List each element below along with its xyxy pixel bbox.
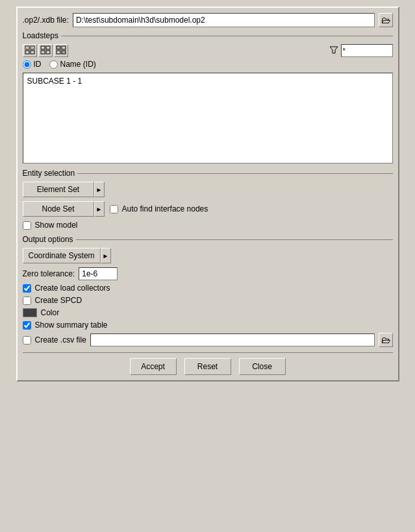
auto-find-checkbox[interactable] [110,205,118,213]
arrow-right-icon3: ► [103,252,109,260]
output-options-label: Output options [23,235,393,244]
csv-browse-button[interactable]: 🗁 [379,333,393,347]
coord-sys-row: Coordinate System ► [23,248,393,263]
show-summary-text: Show summary table [35,320,108,330]
zero-tolerance-row: Zero tolerance: [23,267,393,280]
create-csv-checkbox[interactable] [23,336,31,345]
radio-row: ID Name (ID) [23,60,393,69]
csv-folder-icon: 🗁 [381,335,390,345]
svg-rect-8 [41,51,45,54]
file-input[interactable] [73,13,375,27]
reset-button[interactable]: Reset [184,358,231,375]
node-set-row: Node Set ► Auto find interface nodes [23,201,393,217]
toggle-icon [56,45,66,56]
toggle-button[interactable] [54,44,68,57]
svg-rect-3 [31,46,34,49]
element-set-button[interactable]: Element Set [23,182,94,197]
coord-sys-arrow-button[interactable]: ► [101,248,111,263]
select-all-icon [25,45,35,56]
auto-find-label[interactable]: Auto find interface nodes [110,204,208,213]
svg-marker-14 [330,47,338,53]
element-set-row: Element Set ► [23,182,393,197]
create-load-collectors-row[interactable]: Create load collectors [23,284,393,293]
auto-find-text: Auto find interface nodes [122,204,208,213]
color-swatch[interactable] [23,308,37,317]
accept-button[interactable]: Accept [130,358,177,375]
main-dialog: .op2/.xdb file: 🗁 Loadsteps [16,6,399,381]
loadsteps-label: Loadsteps [23,31,393,40]
filter-input[interactable] [341,44,393,57]
svg-rect-11 [62,46,66,49]
entity-selection-label: Entity selection [23,169,393,178]
folder-icon: 🗁 [381,15,390,25]
node-set-button[interactable]: Node Set [23,201,94,217]
show-model-text: Show model [35,221,78,230]
create-csv-row: Create .csv file 🗁 [23,333,393,347]
color-row: Color [23,308,393,317]
show-summary-checkbox[interactable] [23,321,31,330]
select-all-button[interactable] [23,44,37,57]
svg-rect-6 [41,46,45,49]
bottom-buttons: Accept Reset Close [23,358,393,375]
create-load-collectors-checkbox[interactable] [23,284,31,293]
zero-tolerance-label: Zero tolerance: [23,269,75,278]
show-model-checkbox[interactable] [23,221,31,230]
coord-sys-button[interactable]: Coordinate System [23,248,101,263]
show-model-row[interactable]: Show model [23,221,393,230]
entity-selection-section: Entity selection Element Set ► Node Set … [23,169,393,230]
svg-rect-4 [25,51,29,54]
color-label: Color [41,308,60,317]
create-load-collectors-text: Create load collectors [35,284,110,293]
loadsteps-list[interactable]: SUBCASE 1 - 1 [23,73,393,163]
show-summary-row[interactable]: Show summary table [23,320,393,330]
arrow-right-icon2: ► [96,206,103,213]
create-spcd-checkbox[interactable] [23,296,31,305]
csv-input[interactable] [90,333,375,346]
radio-name-label[interactable]: Name (ID) [49,60,96,69]
svg-rect-5 [31,51,34,54]
zero-tolerance-input[interactable] [79,267,118,280]
radio-id-label[interactable]: ID [23,60,42,69]
element-set-arrow-button[interactable]: ► [94,182,105,197]
file-row: .op2/.xdb file: 🗁 [23,13,393,27]
create-csv-text: Create .csv file [35,335,86,345]
svg-rect-12 [57,51,60,54]
node-set-control: Node Set ► [23,201,105,217]
deselect-all-button[interactable] [38,44,53,57]
file-label: .op2/.xdb file: [23,16,69,25]
browse-button[interactable]: 🗁 [379,13,393,27]
radio-name[interactable] [49,60,58,69]
bottom-divider [23,352,393,353]
svg-rect-9 [46,51,50,54]
filter-icon [329,45,338,56]
svg-rect-10 [57,46,60,49]
node-set-arrow-button[interactable]: ► [94,201,105,217]
loadsteps-section: Loadsteps [23,31,393,163]
output-options-section: Output options Coordinate System ► Zero … [23,235,393,347]
coord-sys-control: Coordinate System ► [23,248,111,263]
list-item[interactable]: SUBCASE 1 - 1 [26,76,390,86]
create-spcd-text: Create SPCD [35,296,82,305]
deselect-all-icon [40,45,51,56]
element-set-control: Element Set ► [23,182,105,197]
arrow-right-icon: ► [96,186,103,193]
svg-rect-1 [25,46,29,49]
svg-rect-7 [46,46,50,49]
radio-id[interactable] [23,60,31,69]
loadsteps-toolbar [23,44,393,57]
close-button[interactable]: Close [239,358,286,375]
svg-rect-13 [62,51,66,54]
create-spcd-row[interactable]: Create SPCD [23,296,393,305]
